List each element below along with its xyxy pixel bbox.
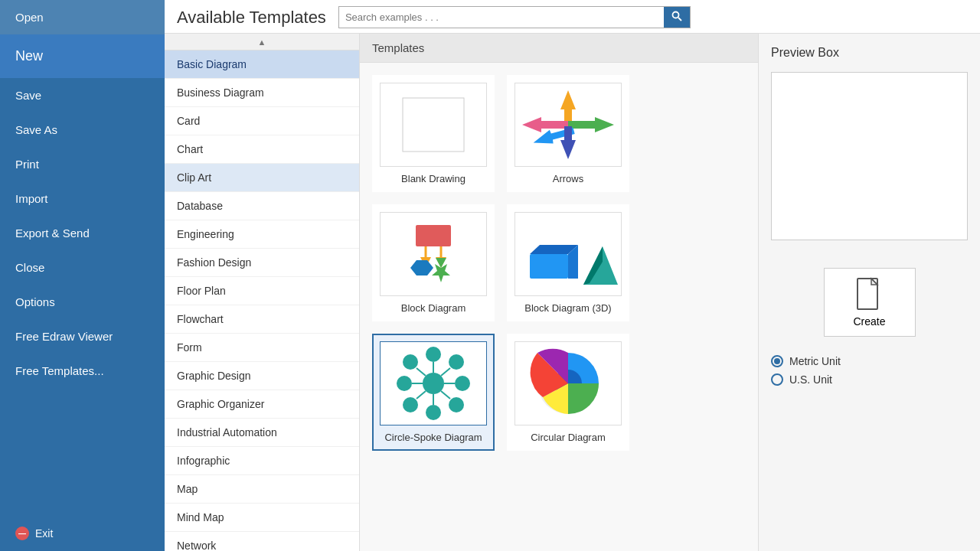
sidebar-item-import-label: Import [15, 192, 48, 205]
sidebar-item-save-as[interactable]: Save As [0, 112, 165, 147]
metric-unit-radio[interactable] [771, 355, 783, 367]
template-thumb-block-diagram-3d [514, 212, 622, 296]
sidebar-item-free-edraw-viewer-label: Free Edraw Viewer [15, 330, 113, 343]
category-panel: ▲ Basic Diagram Business Diagram Card Ch… [165, 34, 360, 551]
search-button[interactable] [664, 7, 690, 28]
svg-point-27 [449, 354, 464, 370]
template-thumb-arrows [514, 83, 622, 167]
svg-rect-8 [416, 225, 451, 246]
svg-rect-2 [403, 98, 464, 152]
sidebar-item-free-templates-label: Free Templates... [15, 364, 104, 377]
sidebar-item-print-label: Print [15, 158, 39, 171]
sidebar-item-export-send[interactable]: Export & Send [0, 216, 165, 250]
sidebar-item-import[interactable]: Import [0, 181, 165, 216]
category-item-form[interactable]: Form [165, 334, 359, 362]
svg-point-28 [403, 397, 418, 412]
category-item-industrial-automation[interactable]: Industrial Automation [165, 419, 359, 447]
header: Available Templates [165, 0, 980, 34]
svg-point-22 [426, 347, 441, 362]
category-item-flowchart[interactable]: Flowchart [165, 305, 359, 334]
sidebar-item-exit[interactable]: Exit [0, 516, 165, 551]
sidebar: Open New Save Save As Print Import Expor… [0, 0, 165, 551]
circle-spoke-diagram-icon [384, 345, 483, 422]
svg-point-23 [426, 405, 441, 420]
create-label: Create [853, 315, 885, 328]
template-label-block-diagram-3d: Block Diagram (3D) [524, 302, 611, 314]
svg-point-21 [423, 373, 444, 394]
category-item-network[interactable]: Network [165, 532, 359, 551]
us-unit-radio[interactable] [771, 373, 783, 386]
sidebar-item-save-as-label: Save As [15, 123, 57, 136]
category-item-engineering[interactable]: Engineering [165, 220, 359, 249]
category-item-infographic[interactable]: Infographic [165, 447, 359, 475]
template-item-circular-diagram[interactable]: Circular Diagram [507, 334, 629, 451]
svg-line-37 [441, 391, 450, 399]
search-icon [671, 11, 682, 21]
metric-unit-option[interactable]: Metric Unit [771, 355, 968, 367]
sidebar-item-close[interactable]: Close [0, 250, 165, 285]
category-item-basic-diagram[interactable]: Basic Diagram [165, 51, 359, 79]
sidebar-item-new-label: New [15, 48, 43, 64]
block-diagram-3d-icon [518, 216, 618, 292]
category-item-graphic-organizer[interactable]: Graphic Organizer [165, 390, 359, 419]
category-scroll-up[interactable]: ▲ [165, 34, 359, 51]
sidebar-item-print[interactable]: Print [0, 147, 165, 181]
templates-header: Templates [360, 34, 758, 63]
exit-label: Exit [35, 527, 53, 540]
us-unit-option[interactable]: U.S. Unit [771, 373, 968, 386]
svg-line-35 [441, 368, 450, 376]
category-item-chart[interactable]: Chart [165, 135, 359, 164]
unit-options: Metric Unit U.S. Unit [771, 355, 968, 386]
svg-point-0 [672, 12, 678, 18]
create-button[interactable]: Create [824, 268, 916, 337]
preview-title: Preview Box [771, 46, 968, 60]
svg-line-1 [678, 18, 681, 21]
templates-grid: Blank Drawing [360, 63, 758, 463]
sidebar-item-options[interactable]: Options [0, 285, 165, 319]
template-thumb-blank-drawing [380, 83, 487, 167]
main-area: Available Templates ▲ Basic Diagram Busi… [165, 0, 980, 551]
svg-point-29 [449, 397, 464, 412]
sidebar-item-open[interactable]: Open [0, 0, 165, 34]
template-item-circle-spoke[interactable]: Circle-Spoke Diagram [372, 334, 495, 451]
document-icon [856, 277, 884, 311]
page-title: Available Templates [177, 8, 326, 28]
template-item-block-diagram[interactable]: Block Diagram [372, 204, 495, 321]
search-input[interactable] [339, 8, 664, 26]
sidebar-item-save[interactable]: Save [0, 78, 165, 112]
category-item-clip-art[interactable]: Clip Art [165, 164, 359, 192]
arrows-icon [518, 86, 618, 163]
preview-box [771, 72, 968, 240]
template-item-blank-drawing[interactable]: Blank Drawing [372, 75, 495, 192]
svg-point-25 [455, 376, 470, 391]
category-item-floor-plan[interactable]: Floor Plan [165, 277, 359, 305]
category-item-database[interactable]: Database [165, 192, 359, 220]
sidebar-item-new[interactable]: New [0, 34, 165, 78]
template-thumb-block-diagram [380, 212, 487, 296]
category-item-fashion-design[interactable]: Fashion Design [165, 249, 359, 277]
sidebar-item-export-send-label: Export & Send [15, 227, 90, 240]
preview-panel: Preview Box Create Metric Unit U.S. Unit [758, 34, 980, 551]
category-item-mind-map[interactable]: Mind Map [165, 504, 359, 532]
svg-rect-16 [530, 254, 568, 279]
content-area: ▲ Basic Diagram Business Diagram Card Ch… [165, 34, 980, 551]
sidebar-item-free-edraw-viewer[interactable]: Free Edraw Viewer [0, 319, 165, 354]
metric-unit-label: Metric Unit [789, 355, 841, 367]
sidebar-item-options-label: Options [15, 295, 55, 308]
sidebar-item-save-label: Save [15, 89, 41, 102]
category-item-business-diagram[interactable]: Business Diagram [165, 79, 359, 107]
svg-marker-5 [568, 117, 614, 132]
category-item-map[interactable]: Map [165, 475, 359, 504]
template-label-blank-drawing: Blank Drawing [401, 173, 466, 184]
template-label-circle-spoke: Circle-Spoke Diagram [384, 432, 482, 443]
sidebar-item-free-templates[interactable]: Free Templates... [0, 354, 165, 388]
category-item-card[interactable]: Card [165, 107, 359, 135]
template-label-block-diagram: Block Diagram [401, 302, 466, 314]
svg-line-34 [416, 368, 426, 376]
template-item-arrows[interactable]: Arrows [507, 75, 629, 192]
svg-point-24 [397, 376, 412, 391]
template-item-block-diagram-3d[interactable]: Block Diagram (3D) [507, 204, 629, 321]
search-box [338, 6, 691, 28]
us-unit-label: U.S. Unit [789, 373, 832, 386]
category-item-graphic-design[interactable]: Graphic Design [165, 362, 359, 390]
